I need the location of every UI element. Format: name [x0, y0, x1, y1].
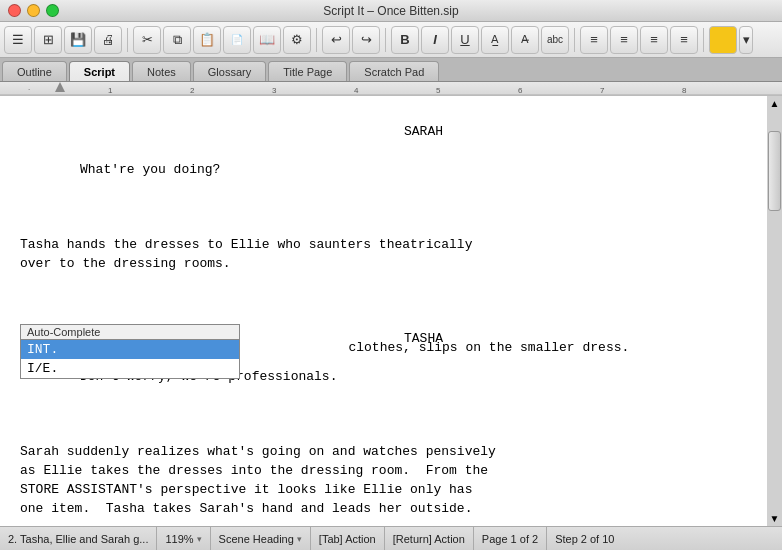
color-dropdown-btn[interactable]: ▾ — [739, 26, 753, 54]
minimize-button[interactable] — [27, 4, 40, 17]
maximize-button[interactable] — [46, 4, 59, 17]
svg-text:·: · — [28, 85, 30, 94]
svg-text:8: 8 — [682, 86, 687, 95]
sep5 — [703, 28, 704, 52]
step-info-section: Step 2 of 10 — [547, 527, 622, 550]
book-btn[interactable]: 📖 — [253, 26, 281, 54]
zoom-dropdown[interactable]: 119% ▾ — [165, 533, 201, 545]
autocomplete-list[interactable]: INT. I/E. — [20, 339, 240, 379]
sep2 — [316, 28, 317, 52]
element-type-dropdown[interactable]: Scene Heading ▾ — [219, 533, 302, 545]
align-right-btn[interactable]: ≡ — [640, 26, 668, 54]
bold-btn[interactable]: B — [391, 26, 419, 54]
svg-text:1: 1 — [108, 86, 113, 95]
spelling-btn[interactable]: abc — [541, 26, 569, 54]
undo-btn[interactable]: ↩ — [322, 26, 350, 54]
redo-btn[interactable]: ↪ — [352, 26, 380, 54]
svg-text:7: 7 — [600, 86, 605, 95]
tab-glossary[interactable]: Glossary — [193, 61, 266, 81]
tab-scratch-pad[interactable]: Scratch Pad — [349, 61, 439, 81]
tab-notes[interactable]: Notes — [132, 61, 191, 81]
page-info-section: Page 1 of 2 — [474, 527, 547, 550]
window-controls[interactable] — [8, 4, 59, 17]
italic-btn[interactable]: I — [421, 26, 449, 54]
zoom-section[interactable]: 119% ▾ — [157, 527, 210, 550]
vertical-scrollbar[interactable]: ▲ ▼ — [767, 96, 782, 526]
titlebar: Script It – Once Bitten.sip — [0, 0, 782, 22]
strikethrough-btn[interactable]: A̶ — [511, 26, 539, 54]
autocomplete-label: Auto-Complete — [20, 324, 240, 339]
action-sarah-realizes: Sarah suddenly realizes what's going on … — [20, 443, 747, 518]
sep1 — [127, 28, 128, 52]
svg-text:2: 2 — [190, 86, 195, 95]
copy-btn[interactable]: ⧉ — [163, 26, 191, 54]
return-action-section: [Return] Action — [385, 527, 474, 550]
svg-text:6: 6 — [518, 86, 523, 95]
element-chevron: ▾ — [297, 534, 302, 544]
svg-text:5: 5 — [436, 86, 441, 95]
action-tasha-dress: Tasha hands the dresses to Ellie who sau… — [20, 236, 747, 274]
cut-btn[interactable]: ✂ — [133, 26, 161, 54]
align-left-btn[interactable]: ≡ — [580, 26, 608, 54]
tab-bar: Outline Script Notes Glossary Title Page… — [0, 58, 782, 82]
main-area: SARAH What're you doing? Tasha hands the… — [0, 96, 782, 526]
tab-outline[interactable]: Outline — [2, 61, 67, 81]
sep3 — [385, 28, 386, 52]
autocomplete-popup: Auto-Complete INT. I/E. — [20, 324, 240, 379]
tab-script[interactable]: Script — [69, 61, 130, 81]
scene-info: 2. Tasha, Ellie and Sarah g... — [8, 527, 157, 550]
paste-btn[interactable]: 📋 — [193, 26, 221, 54]
toolbar: ☰ ⊞ 💾 🖨 ✂ ⧉ 📋 📄 📖 ⚙ ↩ ↪ B I U A̲ A̶ abc … — [0, 22, 782, 58]
underline-btn[interactable]: U — [451, 26, 479, 54]
color-text-btn[interactable]: A̲ — [481, 26, 509, 54]
tab-action-section: [Tab] Action — [311, 527, 385, 550]
align-justify-btn[interactable]: ≡ — [670, 26, 698, 54]
close-button[interactable] — [8, 4, 21, 17]
svg-text:4: 4 — [354, 86, 359, 95]
scroll-down-btn[interactable]: ▼ — [767, 511, 782, 526]
save-btn[interactable]: 💾 — [64, 26, 92, 54]
statusbar: 2. Tasha, Ellie and Sarah g... 119% ▾ Sc… — [0, 526, 782, 550]
svg-marker-10 — [55, 82, 65, 92]
char-sarah: SARAH — [20, 123, 747, 142]
zoom-chevron: ▾ — [197, 534, 202, 544]
ruler: · 1 2 3 4 5 6 7 8 — [0, 82, 782, 96]
screenplay-btn[interactable]: 📄 — [223, 26, 251, 54]
script-area[interactable]: SARAH What're you doing? Tasha hands the… — [0, 96, 767, 526]
element-type-section[interactable]: Scene Heading ▾ — [211, 527, 311, 550]
outline-btn[interactable]: ☰ — [4, 26, 32, 54]
autocomplete-item-ie[interactable]: I/E. — [21, 359, 239, 378]
sep4 — [574, 28, 575, 52]
svg-text:3: 3 — [272, 86, 277, 95]
view-btn[interactable]: ⊞ — [34, 26, 62, 54]
scroll-thumb[interactable] — [768, 131, 781, 211]
tools-btn[interactable]: ⚙ — [283, 26, 311, 54]
dialogue-sarah: What're you doing? — [20, 161, 747, 180]
scroll-up-btn[interactable]: ▲ — [767, 96, 782, 111]
autocomplete-item-int[interactable]: INT. — [21, 340, 239, 359]
window-title: Script It – Once Bitten.sip — [323, 4, 458, 18]
tab-title-page[interactable]: Title Page — [268, 61, 347, 81]
align-center-btn[interactable]: ≡ — [610, 26, 638, 54]
print-btn[interactable]: 🖨 — [94, 26, 122, 54]
script-text[interactable]: SARAH What're you doing? Tasha hands the… — [20, 96, 747, 526]
color-swatch-btn[interactable] — [709, 26, 737, 54]
